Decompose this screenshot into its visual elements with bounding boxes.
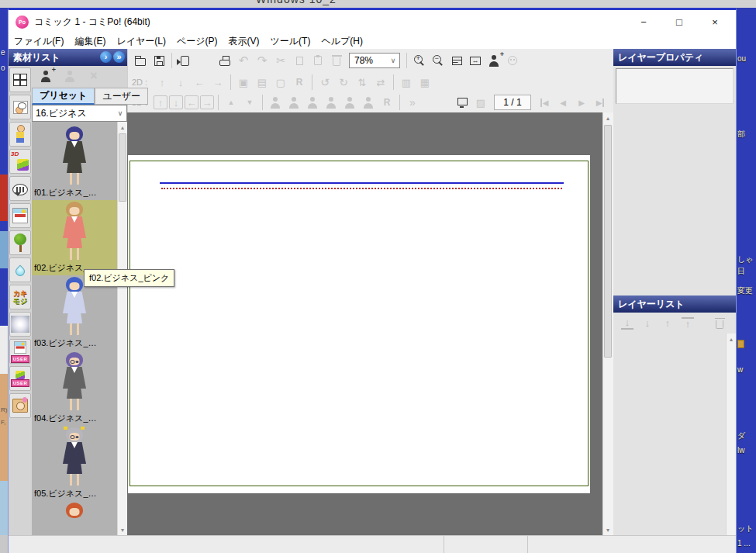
effect-drop-category-button[interactable] [9,257,31,282]
2d-move-up-button[interactable] [154,74,171,91]
maximize-button[interactable]: □ [661,10,697,33]
2d-move-right-button[interactable] [209,74,226,91]
add-page-button[interactable] [454,94,471,111]
scrollbar-thumb[interactable] [604,125,612,358]
paste-button[interactable] [309,52,326,69]
copy-character-button[interactable] [61,67,78,85]
3d-reset-button[interactable] [378,94,395,111]
move-layer-to-bottom-button[interactable] [621,317,633,330]
menu-page[interactable]: ページ(P) [171,33,223,49]
fit-width-button[interactable] [467,52,484,69]
print-button[interactable] [216,52,233,69]
3d-zoom-in-button[interactable] [223,94,240,111]
copy-button[interactable] [291,52,308,69]
3d-more-button[interactable] [404,94,421,111]
canvas[interactable] [127,112,613,535]
delete-character-button[interactable] [85,67,102,85]
menu-tools[interactable]: ツール(T) [265,33,316,49]
category-dropdown[interactable]: 16.ビジネス [32,105,127,122]
2d-rotate-right-button[interactable] [335,74,352,91]
3d-move-down-button[interactable] [169,95,183,109]
tab-user[interactable]: ユーザー [95,88,148,105]
delete-page-button[interactable] [472,94,489,111]
2d-reset-button[interactable] [291,74,308,91]
2d-flip-horizontal-button[interactable] [372,74,389,91]
comic-page[interactable] [128,155,590,493]
cut-button[interactable] [272,52,289,69]
open-file-button[interactable] [132,52,149,69]
scrollbar-thumb[interactable] [119,133,126,202]
3d-rotate-body-left-button[interactable] [267,94,284,111]
panel-collapse-button[interactable]: › [100,51,112,63]
2d-scale-up-button[interactable] [235,74,252,91]
2d-scale-down-button[interactable] [254,74,271,91]
panel-layout-category-button[interactable] [9,67,31,92]
3d-move-right-button[interactable] [200,95,214,109]
menu-edit[interactable]: 編集(E) [69,33,111,49]
menu-view[interactable]: 表示(V) [223,33,265,49]
3d-zoom-out-button[interactable] [241,94,258,111]
user-3d-category-button[interactable]: USER [9,366,31,391]
previous-page-button[interactable] [554,94,571,111]
canvas-scrollbar[interactable] [602,112,613,535]
speech-balloon-category-button[interactable] [9,176,31,201]
3d-turn-right-button[interactable] [323,94,340,111]
move-layer-down-button[interactable] [641,317,654,330]
nature-category-button[interactable] [9,230,31,255]
material-item-f06-partial[interactable] [32,501,117,535]
background-category-button[interactable] [9,203,31,228]
material-item-f02[interactable]: f02.ビジネス_… [32,200,117,275]
undo-button[interactable] [235,52,252,69]
kakimoji-category-button[interactable]: カキ モジ [9,285,31,309]
2d-flip-vertical-button[interactable] [354,74,371,91]
fit-page-button[interactable] [448,52,465,69]
2d-rotate-left-button[interactable] [316,74,333,91]
zoom-level-combobox[interactable]: 78% [349,53,400,68]
character-face-category-button[interactable] [9,95,31,119]
scroll-up-icon[interactable] [727,334,736,344]
delete-button[interactable] [328,52,345,69]
3d-tilt-right-button[interactable] [360,94,377,111]
3d-tilt-left-button[interactable] [341,94,358,111]
scroll-up-icon[interactable] [118,122,127,133]
export-button[interactable] [176,52,193,69]
next-page-button[interactable] [573,94,590,111]
3d-item-category-button[interactable]: 3D [9,149,31,174]
move-layer-up-button[interactable] [661,317,674,330]
tab-preset[interactable]: プリセット [32,88,95,105]
material-item-f01[interactable]: f01.ビジネス_… [32,125,117,200]
first-page-button[interactable] [536,94,553,111]
2d-fit-button[interactable] [272,74,289,91]
save-button[interactable] [150,52,167,69]
scroll-up-icon[interactable] [603,112,613,123]
user-background-category-button[interactable]: USER [9,339,31,364]
2d-reset-pose-button[interactable] [398,74,415,91]
title-bar[interactable]: Po コミック 1 - コミPo! (64bit) − □ × [9,10,736,33]
scroll-down-icon[interactable] [603,524,613,535]
material-list-scrollbar[interactable] [117,122,127,535]
layer-list-scrollbar[interactable] [726,334,736,535]
2d-reset-all-button[interactable] [416,74,433,91]
move-layer-to-top-button[interactable] [682,317,694,330]
add-character-button[interactable] [37,67,54,85]
item-category-button[interactable] [9,393,31,418]
delete-layer-button[interactable] [716,318,723,329]
2d-move-down-button[interactable] [172,74,189,91]
3d-move-up-button[interactable] [154,95,167,109]
zoom-in-button[interactable]: + [411,52,428,69]
character-tool-button[interactable] [485,52,502,69]
redo-button[interactable] [254,52,271,69]
menu-help[interactable]: ヘルプ(H) [316,33,368,49]
flash-effect-category-button[interactable] [9,312,31,337]
2d-move-left-button[interactable] [191,74,208,91]
last-page-button[interactable] [592,94,609,111]
minimize-button[interactable]: − [626,10,661,33]
menu-file[interactable]: ファイル(F) [9,33,69,49]
3d-turn-left-button[interactable] [304,94,321,111]
face-tool-button[interactable] [504,52,521,69]
material-item-f04[interactable]: f04.ビジネス_… [32,351,117,426]
panel-collapse-all-button[interactable]: » [113,51,125,63]
character-category-button[interactable] [9,122,31,147]
3d-move-left-button[interactable] [185,95,198,109]
zoom-out-button[interactable]: − [430,52,447,69]
